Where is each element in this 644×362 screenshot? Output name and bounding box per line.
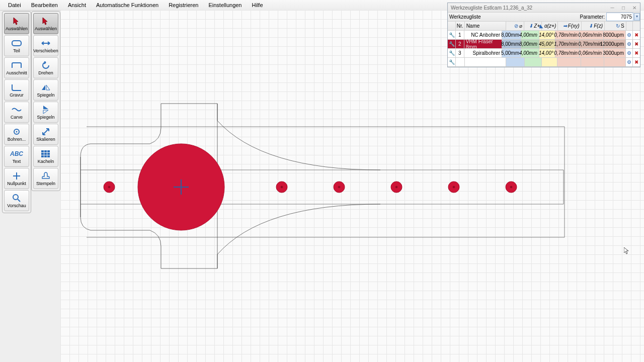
spiegeln-icon <box>41 82 50 93</box>
table-row-empty[interactable]: 🔧 ⚙ ✖ <box>448 58 640 67</box>
depth-icon: ⬇ <box>529 23 533 29</box>
skalieren-label: Skalieren <box>36 137 55 142</box>
tool-vorschau[interactable]: Vorschau <box>4 190 29 211</box>
tool-skalieren[interactable]: Skalieren <box>33 124 58 145</box>
ausschnitt-icon <box>12 60 22 70</box>
tool-text[interactable]: ABCText <box>4 146 29 167</box>
gravur-label: Gravur <box>10 93 24 98</box>
parameter-dropdown[interactable]: ▾ <box>634 13 640 21</box>
nullpunkt-label: Nullpunkt <box>7 182 26 186</box>
col-angle[interactable]: ◣α(z+) <box>542 22 558 30</box>
row-delete-button[interactable]: ✖ <box>633 49 640 57</box>
svg-rect-13 <box>47 153 50 155</box>
menu-bearbeiten[interactable]: Bearbeiten <box>26 1 63 10</box>
tool-list-window[interactable]: Werkzeugliste Estlcam 11,236_a_32 ─ □ ✕ … <box>447 3 640 67</box>
svg-rect-9 <box>44 150 47 152</box>
tab-werkzeugliste[interactable]: Werkzeugliste <box>448 13 481 21</box>
feed-xy-icon: ➡ <box>563 23 567 29</box>
drehen-label: Drehen <box>38 71 53 75</box>
menu-hilfe[interactable]: Hilfe <box>247 1 268 10</box>
svg-point-30 <box>281 186 283 188</box>
carve-icon <box>12 105 22 115</box>
tool-drehen[interactable]: Drehen <box>33 57 58 78</box>
tool-spiegeln[interactable]: Spiegeln <box>33 79 58 101</box>
tool-kacheln[interactable]: Kacheln <box>33 146 58 167</box>
col-name[interactable]: Name <box>465 22 506 30</box>
tool-spiegeln2[interactable]: Spiegeln <box>33 102 58 123</box>
gravur-icon <box>12 82 22 93</box>
auswaehlen-label: Auswählen <box>6 27 28 31</box>
tool-teil[interactable]: Teil <box>4 35 29 56</box>
wrench-icon: 🔧 <box>449 50 455 56</box>
svg-rect-16 <box>47 155 50 157</box>
svg-point-38 <box>510 186 512 188</box>
toolbox-shapes: AuswählenTeilAusschnittGravurCarveBohren… <box>2 11 31 213</box>
svg-point-5 <box>13 195 18 200</box>
row-settings-button[interactable]: ⚙ <box>626 40 633 48</box>
tool-carve[interactable]: Carve <box>4 102 29 123</box>
carve-label: Carve <box>11 115 23 120</box>
table-row[interactable]: 🔧2VHM Fräser 8mm8,00mm8,00mm45,00°1,70m/… <box>448 40 640 49</box>
feed-z-icon: ⬇ <box>589 23 593 29</box>
svg-rect-10 <box>47 150 50 152</box>
menu-datei[interactable]: Datei <box>3 1 26 10</box>
row-settings-button[interactable]: ⚙ <box>626 31 633 39</box>
menu-einstellungen[interactable]: Einstellungen <box>203 1 247 10</box>
window-maximize-button[interactable]: □ <box>618 5 629 11</box>
col-diameter[interactable]: ⊘⌀ <box>506 22 525 30</box>
window-minimize-button[interactable]: ─ <box>607 5 618 11</box>
tool-window-titlebar[interactable]: Werkzeugliste Estlcam 11,236_a_32 ─ □ ✕ <box>448 3 640 13</box>
svg-line-6 <box>18 199 20 202</box>
diameter-icon: ⊘ <box>514 23 518 29</box>
tool-verschieben[interactable]: Verschieben <box>33 35 58 56</box>
row-settings-button[interactable]: ⚙ <box>626 58 633 66</box>
wrench-icon: 🔧 <box>449 59 455 65</box>
col-nr[interactable]: Nr. <box>456 22 465 30</box>
wrench-icon: 🔧 <box>449 41 455 47</box>
tool-auswaehlen2[interactable]: Auswählen <box>33 13 58 34</box>
col-fz[interactable]: ⬇F(z) <box>582 22 605 30</box>
svg-rect-0 <box>12 41 21 46</box>
teil-label: Teil <box>13 49 20 53</box>
svg-point-32 <box>338 186 340 188</box>
svg-rect-15 <box>44 155 47 157</box>
tool-window-title: Werkzeugliste Estlcam 11,236_a_32 <box>451 5 532 11</box>
menu-registrieren[interactable]: Registrieren <box>164 1 203 10</box>
table-row[interactable]: 🔧3Spiralbohrer5,00mm4,00mm14,00°0,78m/mi… <box>448 49 640 58</box>
tool-window-param-row: Werkzeugliste Parameter: ▾ <box>448 13 640 22</box>
row-settings-button[interactable]: ⚙ <box>626 49 633 57</box>
menu-ansicht[interactable]: Ansicht <box>63 1 91 10</box>
tool-table-header: Nr. Name ⊘⌀ ⬇Z+ ◣α(z+) ➡F(xy) ⬇F(z) ↻S <box>448 22 640 31</box>
tool-stempeln[interactable]: Stempeln <box>33 168 58 189</box>
drehen-icon <box>42 60 50 70</box>
bohren-icon <box>13 127 20 137</box>
spiegeln2-label: Spiegeln <box>37 115 54 120</box>
svg-point-36 <box>453 186 455 188</box>
svg-point-34 <box>395 186 397 188</box>
skalieren-icon <box>42 127 50 137</box>
tool-ausschnitt[interactable]: Ausschnitt <box>4 57 29 78</box>
row-delete-button[interactable]: ✖ <box>633 40 640 48</box>
tool-gravur[interactable]: Gravur <box>4 79 29 101</box>
toolbox-transform: AuswählenVerschiebenDrehenSpiegelnSpiege… <box>31 11 60 191</box>
menu-auto[interactable]: Automatische Funktionen <box>91 1 164 10</box>
svg-rect-8 <box>41 150 44 152</box>
wrench-icon: 🔧 <box>449 32 455 38</box>
tool-bohren[interactable]: Bohren... <box>4 124 29 145</box>
vorschau-icon <box>13 193 21 203</box>
auswaehlen2-icon <box>42 16 50 26</box>
parameter-input[interactable] <box>606 13 633 21</box>
kacheln-icon <box>41 149 50 159</box>
nullpunkt-icon <box>13 171 20 181</box>
window-close-button[interactable]: ✕ <box>629 5 640 11</box>
tool-auswaehlen[interactable]: Auswählen <box>4 13 29 34</box>
verschieben-label: Verschieben <box>33 49 58 53</box>
stempeln-label: Stempeln <box>36 182 55 186</box>
vorschau-label: Vorschau <box>7 204 26 208</box>
col-fxy[interactable]: ➡F(xy) <box>558 22 581 30</box>
verschieben-icon <box>41 38 51 48</box>
col-speed[interactable]: ↻S <box>605 22 626 30</box>
row-delete-button[interactable]: ✖ <box>633 31 640 39</box>
tool-nullpunkt[interactable]: Nullpunkt <box>4 168 29 189</box>
row-delete-button[interactable]: ✖ <box>633 58 640 66</box>
